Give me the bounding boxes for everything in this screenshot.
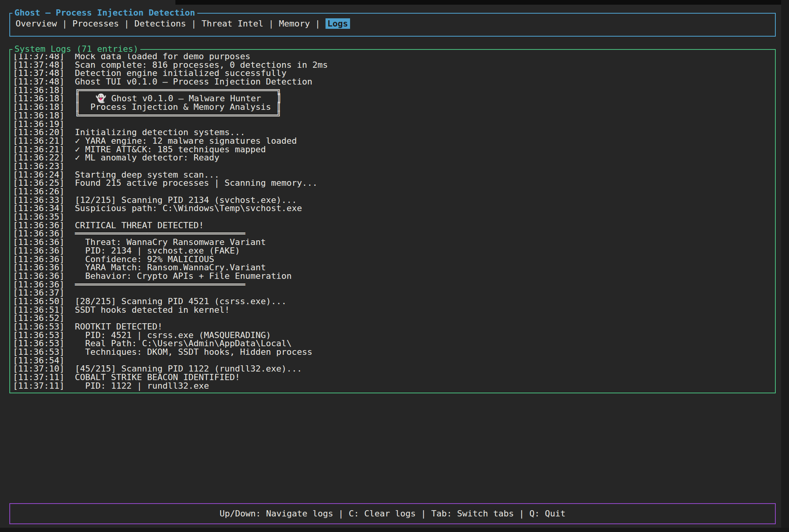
window-title: Ghost — Process Injection Detection (12, 8, 197, 18)
log-line: [11:37:48] Scan complete: 816 processes,… (13, 61, 775, 69)
log-line: [11:36:53] Real Path: C:\Users\Admin\App… (13, 339, 775, 348)
window-chrome-strip (175, 0, 789, 5)
log-line: [11:36:19] (13, 120, 775, 129)
log-line: [11:37:10] [45/215] Scanning PID 1122 (r… (13, 365, 775, 373)
log-line: [11:36:36] ═════════════════════════════… (13, 280, 775, 289)
log-line: [11:36:53] ROOTKIT DETECTED! (13, 322, 775, 331)
log-line: [11:36:54] (13, 356, 775, 365)
footer-bar: Up/Down: Navigate logs | C: Clear logs |… (9, 503, 776, 524)
log-line: [11:36:22] ✓ ML anomaly detector: Ready (13, 153, 775, 162)
log-line: [11:37:11] PID: 1122 | rundll32.exe (13, 382, 775, 390)
log-line: [11:36:36] Threat: WannaCry Ransomware V… (13, 238, 775, 247)
logs-panel: System Logs (71 entries) [11:37:48] Mock… (9, 49, 776, 393)
log-line: [11:36:36] Confidence: 92% MALICIOUS (13, 255, 775, 264)
log-line: [11:36:18] ╚════════════════════════════… (13, 111, 775, 120)
tab-overview[interactable]: Overview (16, 19, 57, 28)
log-line: [11:36:53] Techniques: DKOM, SSDT hooks,… (13, 348, 775, 356)
log-list[interactable]: [11:37:48] Mock data loaded for demo pur… (10, 50, 775, 390)
tab-processes[interactable]: Processes (73, 19, 119, 28)
tab-separator: | (264, 19, 279, 28)
tab-bar-panel: Ghost — Process Injection Detection Over… (9, 13, 776, 37)
log-line: [11:36:26] (13, 187, 775, 196)
log-line: [11:36:36] YARA Match: Ransom.WannaCry.V… (13, 263, 775, 272)
log-line: [11:36:36] ═════════════════════════════… (13, 229, 775, 238)
log-line: [11:36:36] PID: 2134 | svchost.exe (FAKE… (13, 247, 775, 255)
log-line: [11:36:18] ║ 👻 Ghost v0.1.0 — Malware Hu… (13, 94, 775, 103)
terminal-right-gutter (781, 0, 789, 532)
log-line: [11:36:23] (13, 162, 775, 171)
terminal-bottom-edge (0, 528, 789, 532)
tab-separator: | (310, 19, 326, 28)
logs-panel-title: System Logs (71 entries) (12, 44, 140, 54)
tab-memory[interactable]: Memory (279, 19, 310, 28)
log-line: [11:36:53] PID: 4521 | csrss.exe (MASQUE… (13, 331, 775, 340)
log-line: [11:36:21] ✓ MITRE ATT&CK: 185 technique… (13, 145, 775, 154)
tab-separator: | (186, 19, 202, 28)
footer-shortcuts: Up/Down: Navigate logs | C: Clear logs |… (10, 504, 775, 523)
log-line: [11:36:36] Behavior: Crypto APIs + File … (13, 272, 775, 280)
log-line: [11:36:50] [28/215] Scanning PID 4521 (c… (13, 297, 775, 306)
log-line: [11:37:48] Detection engine initialized … (13, 69, 775, 78)
log-line: [11:37:48] Ghost TUI v0.1.0 — Process In… (13, 78, 775, 86)
log-line: [11:36:37] (13, 289, 775, 297)
tab-separator: | (119, 19, 134, 28)
log-line: [11:36:18] ║ Process Injection & Memory … (13, 103, 775, 111)
log-line: [11:36:34] Suspicious path: C:\Windows\T… (13, 204, 775, 213)
tab-logs[interactable]: Logs (326, 18, 350, 29)
log-line: [11:37:11] COBALT STRIKE BEACON IDENTIFI… (13, 373, 775, 382)
log-line: [11:36:24] Starting deep system scan... (13, 171, 775, 179)
log-line: [11:36:25] Found 215 active processes | … (13, 179, 775, 187)
log-line: [11:36:21] ✓ YARA engine: 12 malware sig… (13, 137, 775, 145)
log-line: [11:36:35] (13, 213, 775, 221)
tab-detections[interactable]: Detections (134, 19, 186, 28)
log-line: [11:36:51] SSDT hooks detected in kernel… (13, 306, 775, 314)
tab-separator: | (57, 19, 73, 28)
log-line: [11:36:20] Initializing detection system… (13, 128, 775, 137)
log-line: [11:36:52] (13, 314, 775, 322)
log-line: [11:36:36] CRITICAL THREAT DETECTED! (13, 221, 775, 230)
log-line: [11:36:33] [12/215] Scanning PID 2134 (s… (13, 196, 775, 204)
tab-threat-intel[interactable]: Threat Intel (202, 19, 264, 28)
